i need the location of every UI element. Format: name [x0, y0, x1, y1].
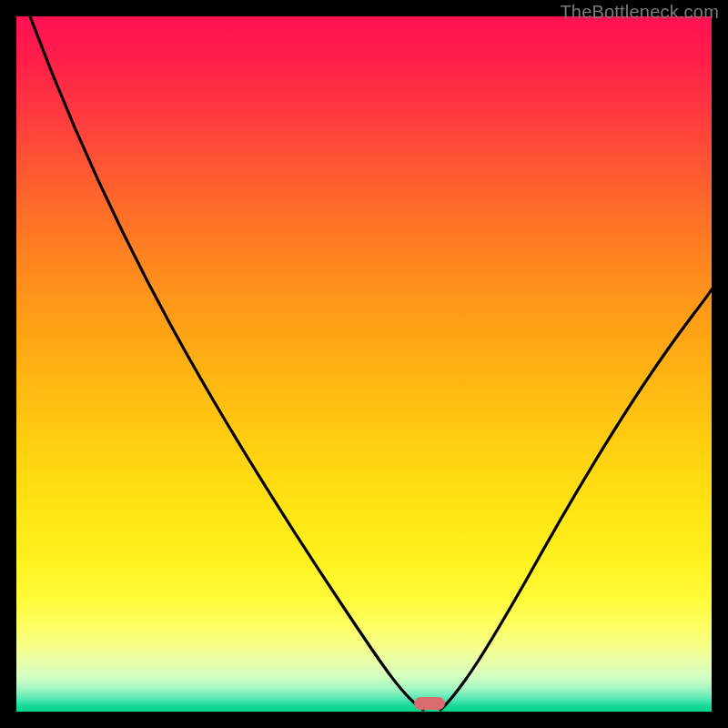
optimum-marker: [414, 697, 445, 710]
chart-frame: TheBottleneck.com: [0, 0, 728, 728]
watermark-text: TheBottleneck.com: [560, 2, 719, 23]
bottleneck-curve: [16, 16, 712, 712]
plot-area: [16, 16, 712, 712]
curve-left-branch: [30, 16, 423, 710]
curve-right-branch: [440, 289, 712, 710]
